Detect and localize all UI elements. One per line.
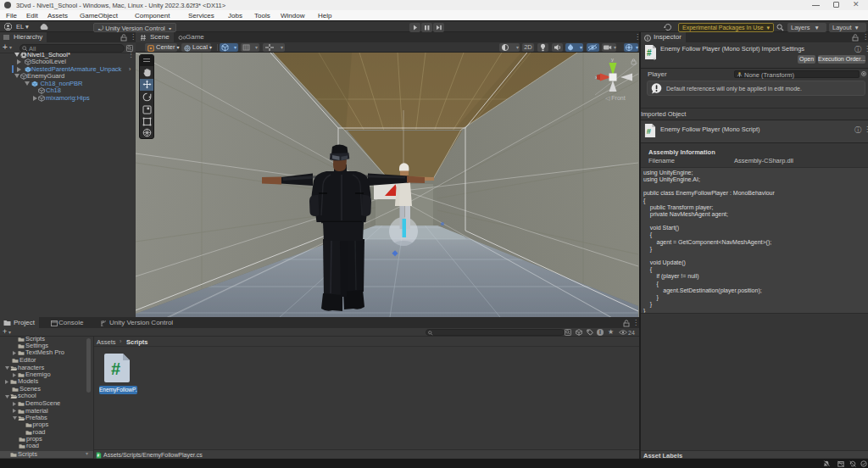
svg-text:#: # [647,127,652,136]
svg-text:◁ Front: ◁ Front [605,95,626,101]
svg-text:y: y [611,57,614,62]
svg-text:#: # [647,48,652,58]
svg-text:#: # [97,453,100,457]
svg-text:#: # [111,359,120,378]
